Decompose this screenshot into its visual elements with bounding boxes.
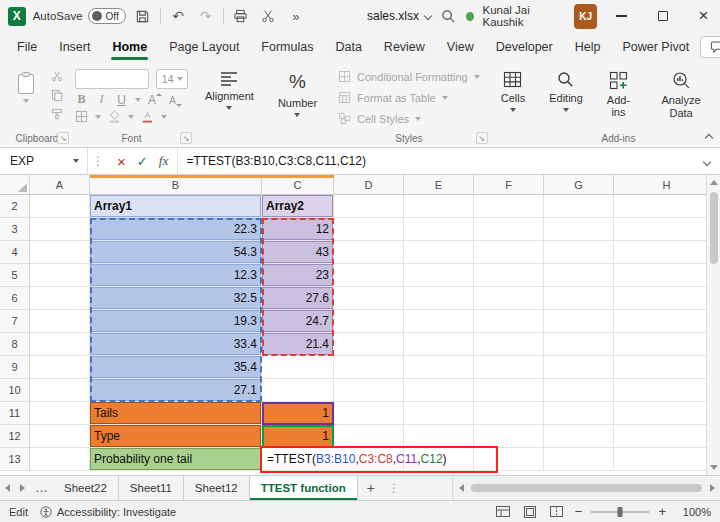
fill-color-button[interactable] [108, 110, 121, 123]
cell-A5[interactable] [30, 264, 90, 287]
cell-G8[interactable] [544, 333, 614, 356]
cell-B12[interactable]: Type [90, 425, 262, 448]
tab-page-layout[interactable]: Page Layout [158, 34, 250, 60]
tab-formulas[interactable]: Formulas [250, 34, 324, 60]
zoom-in-button[interactable] [658, 504, 666, 519]
insert-function-button[interactable]: fx [159, 153, 169, 169]
cell-D7[interactable] [334, 310, 404, 333]
cell-G4[interactable] [544, 241, 614, 264]
cell-A3[interactable] [30, 218, 90, 241]
cell-E6[interactable] [404, 287, 474, 310]
cell-D3[interactable] [334, 218, 404, 241]
cell-C8[interactable]: 21.4 [262, 333, 334, 356]
cell-H10[interactable] [614, 379, 720, 402]
row-header-12[interactable]: 12 [0, 425, 30, 448]
cell-E2[interactable] [404, 195, 474, 218]
cells-button[interactable]: Cells [494, 66, 532, 112]
conditional-formatting-button[interactable]: Conditional Formatting [334, 66, 484, 87]
cell-D12[interactable] [334, 425, 404, 448]
cell-A9[interactable] [30, 356, 90, 379]
page-layout-view-button[interactable] [521, 504, 539, 520]
tab-power-pivot[interactable]: Power Pivot [611, 34, 700, 60]
cell-F10[interactable] [474, 379, 544, 402]
cell-E3[interactable] [404, 218, 474, 241]
all-sheets-button[interactable] [30, 485, 53, 490]
cell-B8[interactable]: 33.4 [90, 333, 262, 356]
format-painter-button[interactable] [49, 107, 65, 121]
row-header-4[interactable]: 4 [0, 241, 30, 264]
maximize-button[interactable] [646, 0, 679, 32]
cell-E9[interactable] [404, 356, 474, 379]
cell-A2[interactable] [30, 195, 90, 218]
cell-F13[interactable] [474, 448, 544, 471]
tab-split-handle[interactable] [384, 481, 404, 495]
cell-G2[interactable] [544, 195, 614, 218]
column-header-A[interactable]: A [30, 175, 90, 195]
cancel-button[interactable] [117, 153, 126, 170]
cell-G3[interactable] [544, 218, 614, 241]
vertical-scrollbar[interactable] [706, 175, 720, 475]
cell-G11[interactable] [544, 402, 614, 425]
format-as-table-button[interactable]: Format as Table [334, 87, 484, 108]
sheet-tab-sheet12[interactable]: Sheet12 [184, 476, 250, 500]
cell-F5[interactable] [474, 264, 544, 287]
tab-help[interactable]: Help [564, 34, 612, 60]
scroll-right-button[interactable] [704, 476, 720, 500]
file-title[interactable]: sales.xlsx [367, 9, 431, 23]
cell-E4[interactable] [404, 241, 474, 264]
horizontal-scrollbar[interactable] [452, 476, 720, 500]
mode-indicator[interactable]: Edit [9, 506, 28, 518]
select-all-button[interactable] [0, 175, 30, 195]
zoom-slider-thumb[interactable] [618, 507, 623, 517]
number-button[interactable]: Number [271, 66, 324, 117]
cell-B9[interactable]: 35.4 [90, 356, 262, 379]
underline-button[interactable]: U [115, 93, 128, 107]
column-header-E[interactable]: E [404, 175, 474, 195]
editing-button[interactable]: Editing [542, 66, 590, 112]
row-header-2[interactable]: 2 [0, 195, 30, 218]
cell-A10[interactable] [30, 379, 90, 402]
cell-H3[interactable] [614, 218, 720, 241]
page-break-view-button[interactable] [548, 504, 566, 520]
tab-developer[interactable]: Developer [485, 34, 564, 60]
prev-sheet-button[interactable] [0, 484, 15, 492]
cell-F8[interactable] [474, 333, 544, 356]
column-header-G[interactable]: G [544, 175, 614, 195]
sheet-tab-sheet22[interactable]: Sheet22 [53, 476, 119, 500]
cell-A4[interactable] [30, 241, 90, 264]
cell-E8[interactable] [404, 333, 474, 356]
row-header-5[interactable]: 5 [0, 264, 30, 287]
cell-G6[interactable] [544, 287, 614, 310]
user-name[interactable]: Kunal Jai Kaushik [482, 4, 566, 28]
row-header-11[interactable]: 11 [0, 402, 30, 425]
row-header-13[interactable]: 13 [0, 448, 30, 471]
cell-H13[interactable] [614, 448, 720, 471]
cell-C13-formula[interactable]: =TTEST(B3:B10,C3:C8,C11,C12) [262, 448, 334, 471]
tab-data[interactable]: Data [324, 34, 372, 60]
zoom-out-button[interactable] [575, 504, 583, 519]
minimize-button[interactable] [605, 0, 638, 32]
increase-font-button[interactable] [148, 93, 162, 107]
cell-A13[interactable] [30, 448, 90, 471]
bold-button[interactable]: B [75, 92, 88, 107]
cell-A11[interactable] [30, 402, 90, 425]
cell-B11[interactable]: Tails [90, 402, 262, 425]
font-color-button[interactable]: A [141, 110, 154, 123]
undo-button[interactable] [168, 5, 188, 27]
next-sheet-button[interactable] [15, 484, 30, 492]
scroll-up-button[interactable] [710, 175, 718, 190]
cell-E12[interactable] [404, 425, 474, 448]
italic-button[interactable]: I [95, 92, 108, 107]
cut-button-qat[interactable] [258, 5, 278, 27]
cell-E7[interactable] [404, 310, 474, 333]
cell-F4[interactable] [474, 241, 544, 264]
alignment-button[interactable]: Alignment [198, 66, 261, 110]
cell-B13[interactable]: Probability one tail [90, 448, 262, 471]
redo-button[interactable] [195, 5, 215, 27]
cell-E11[interactable] [404, 402, 474, 425]
cell-B10[interactable]: 27.1 [90, 379, 262, 402]
name-box[interactable]: EXP [0, 148, 88, 174]
cell-H12[interactable] [614, 425, 720, 448]
row-header-6[interactable]: 6 [0, 287, 30, 310]
sheet-tab-ttest-function[interactable]: TTEST function [250, 476, 358, 500]
